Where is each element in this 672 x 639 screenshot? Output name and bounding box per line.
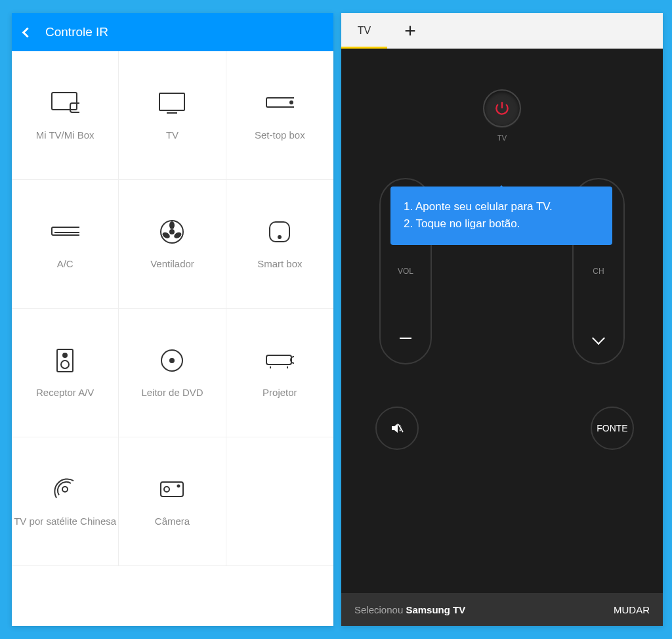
source-label: FONTE [597, 423, 627, 433]
svg-point-17 [61, 361, 69, 368]
svg-rect-2 [159, 93, 184, 110]
header-bar: Controle IR [12, 13, 333, 51]
device-label: Smart box [257, 258, 302, 271]
power-icon [494, 100, 511, 117]
device-label: Câmera [155, 516, 190, 528]
tab-label: TV [358, 25, 371, 37]
chevron-down-icon [592, 332, 605, 345]
mitv-icon [51, 89, 79, 118]
svg-point-19 [170, 359, 174, 363]
tv-icon [158, 89, 186, 118]
device-cell[interactable]: Projetor [226, 309, 333, 437]
svg-point-24 [62, 487, 68, 492]
tooltip-line: 2. Toque no ligar botão. [404, 215, 599, 232]
source-button[interactable]: FONTE [591, 407, 634, 450]
device-cell[interactable]: Set-top box [226, 51, 333, 179]
svg-point-26 [164, 487, 169, 492]
footer-status: Selecionou Samsung TV [354, 604, 465, 615]
instruction-tooltip: 1. Aponte seu celular para TV. 2. Toque … [390, 187, 612, 245]
power-label: TV [497, 134, 507, 142]
svg-point-9 [170, 230, 174, 234]
device-cell[interactable]: Câmera [119, 437, 226, 565]
svg-rect-6 [52, 227, 79, 235]
volume-down-button[interactable] [400, 329, 411, 347]
mute-button[interactable] [375, 407, 419, 450]
svg-point-14 [278, 236, 281, 238]
svg-point-21 [291, 357, 294, 363]
power-button[interactable] [483, 89, 521, 127]
tab-tv[interactable]: TV [341, 13, 387, 49]
remote-body: TV + VOL CH FONTE 1. Aponte seu celular … [341, 49, 663, 593]
mute-icon [389, 420, 405, 436]
stb-icon [265, 89, 294, 118]
device-cell[interactable]: TV por satélite Chinesa [12, 437, 119, 565]
tooltip-line: 1. Aponte seu celular para TV. [404, 198, 599, 215]
device-label: Ventilador [150, 258, 194, 271]
svg-line-29 [398, 424, 403, 432]
device-label: Leitor de DVD [141, 387, 203, 399]
smartbox-icon [265, 217, 294, 246]
channel-label: CH [593, 267, 604, 276]
device-cell[interactable]: A/C [12, 180, 119, 308]
dvd-icon [158, 346, 186, 375]
device-grid: Mi TV/Mi BoxTVSet-top boxA/CVentiladorSm… [12, 51, 333, 566]
device-cell[interactable]: Smart box [226, 180, 333, 308]
svg-point-10 [169, 221, 175, 229]
volume-label: VOL [398, 267, 413, 276]
svg-point-16 [63, 353, 67, 357]
fan-icon [158, 217, 186, 246]
device-label: Receptor A/V [36, 387, 94, 399]
device-cell[interactable]: Mi TV/Mi Box [12, 51, 119, 179]
back-icon[interactable] [22, 27, 33, 37]
camera-icon [158, 475, 186, 504]
projector-icon [265, 346, 294, 375]
footer-bar: Selecionou Samsung TV MUDAR [341, 593, 663, 626]
svg-rect-0 [52, 93, 77, 110]
device-cell [226, 437, 333, 565]
remote-control-screen: TV + TV + VOL CH FONTE [341, 13, 663, 626]
ac-icon [51, 217, 79, 246]
device-label: Projetor [262, 387, 297, 399]
svg-rect-20 [266, 355, 291, 364]
svg-point-5 [290, 101, 293, 104]
device-cell[interactable]: Ventilador [119, 180, 226, 308]
change-button[interactable]: MUDAR [614, 604, 650, 615]
sat-icon [51, 475, 79, 504]
plus-icon: + [404, 20, 416, 42]
svg-rect-1 [70, 103, 79, 112]
tab-bar: TV + [341, 13, 663, 49]
add-tab-button[interactable]: + [387, 13, 433, 49]
device-cell[interactable]: Leitor de DVD [119, 309, 226, 437]
channel-down-button[interactable] [594, 329, 603, 347]
device-label: TV por satélite Chinesa [14, 516, 116, 528]
device-selection-screen: Controle IR Mi TV/Mi BoxTVSet-top boxA/C… [12, 13, 333, 626]
svg-point-27 [178, 485, 180, 487]
device-label: Set-top box [255, 129, 305, 142]
device-label: A/C [57, 258, 74, 271]
device-cell[interactable]: Receptor A/V [12, 309, 119, 437]
device-label: TV [166, 129, 178, 142]
header-title: Controle IR [45, 25, 108, 39]
device-label: Mi TV/Mi Box [36, 129, 94, 142]
receiver-icon [51, 346, 79, 375]
device-cell[interactable]: TV [119, 51, 226, 179]
